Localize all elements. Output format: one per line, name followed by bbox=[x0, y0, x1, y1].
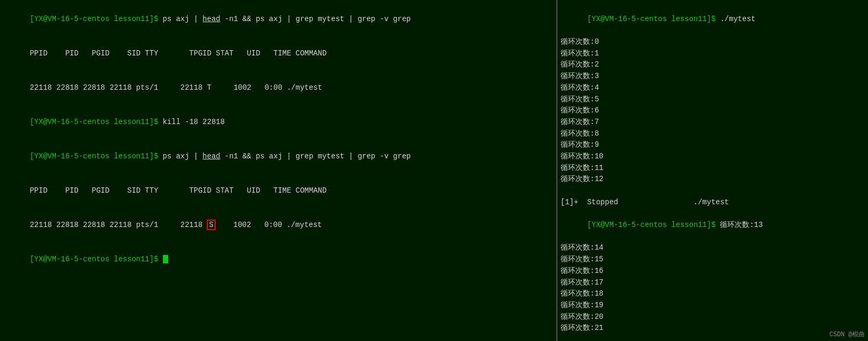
cmd-1: ps axj | head -n1 && ps axj | grep mytes… bbox=[162, 15, 411, 23]
right-line-11: 循环次数:9 bbox=[561, 139, 865, 151]
left-line-6: PPID PID PGID SID TTY TPGID STAT UID TIM… bbox=[3, 174, 553, 208]
terminal-right: [YX@VM-16-5-centos lesson11]$ ./mytest 循… bbox=[556, 0, 868, 341]
left-line-5: [YX@VM-16-5-centos lesson11]$ ps axj | h… bbox=[3, 139, 553, 174]
right-line-21: 循环次数:19 bbox=[561, 300, 865, 311]
right-line-13: 循环次数:11 bbox=[561, 163, 865, 174]
right-line-17: 循环次数:15 bbox=[561, 254, 865, 266]
right-line-9: 循环次数:7 bbox=[561, 117, 865, 128]
right-line-20: 循环次数:18 bbox=[561, 288, 865, 300]
left-line-2: PPID PID PGID SID TTY TPGID STAT UID TIM… bbox=[3, 36, 553, 71]
right-line-cursor bbox=[561, 334, 865, 341]
prompt-1: [YX@VM-16-5-centos lesson11]$ bbox=[30, 15, 162, 23]
data-2-after: 1002 0:00 ./mytest bbox=[216, 221, 322, 229]
right-cmd-1: ./mytest bbox=[720, 15, 755, 23]
prompt-3: [YX@VM-16-5-centos lesson11]$ bbox=[30, 152, 162, 160]
right-line-7: 循环次数:5 bbox=[561, 94, 865, 106]
right-line-18: 循环次数:16 bbox=[561, 266, 865, 277]
cmd-3: ps axj | head -n1 && ps axj | grep mytes… bbox=[162, 152, 411, 160]
right-line-19: 循环次数:17 bbox=[561, 277, 865, 289]
right-prompt-1: [YX@VM-16-5-centos lesson11]$ bbox=[587, 15, 720, 23]
terminal-container: [YX@VM-16-5-centos lesson11]$ ps axj | h… bbox=[0, 0, 868, 341]
cmd-2: kill -18 22818 bbox=[162, 118, 225, 126]
header-1: PPID PID PGID SID TTY TPGID STAT UID TIM… bbox=[30, 49, 326, 58]
right-line-23: 循环次数:21 bbox=[561, 323, 865, 334]
left-line-7: 22118 22818 22818 22118 pts/1 22118 S 10… bbox=[3, 208, 553, 242]
right-line-16: 循环次数:14 bbox=[561, 242, 865, 254]
right-stopped: [1]+ Stopped ./mytest bbox=[561, 197, 865, 209]
right-line-10: 循环次数:8 bbox=[561, 128, 865, 140]
right-line-5: 循环次数:3 bbox=[561, 71, 865, 82]
right-line-15: [YX@VM-16-5-centos lesson11]$ 循环次数:13 bbox=[561, 208, 865, 242]
right-line-6: 循环次数:4 bbox=[561, 82, 865, 94]
right-line-12: 循环次数:10 bbox=[561, 151, 865, 163]
right-line-14: 循环次数:12 bbox=[561, 174, 865, 185]
left-line-4: [YX@VM-16-5-centos lesson11]$ kill -18 2… bbox=[3, 105, 553, 139]
stat-highlight: S bbox=[207, 220, 215, 230]
right-line-1: [YX@VM-16-5-centos lesson11]$ ./mytest bbox=[561, 2, 865, 36]
data-1: 22118 22818 22818 22118 pts/1 22118 T 10… bbox=[30, 83, 322, 92]
watermark: CSDN @棍曲 bbox=[830, 330, 865, 339]
header-2: PPID PID PGID SID TTY TPGID STAT UID TIM… bbox=[30, 186, 326, 195]
left-line-1: [YX@VM-16-5-centos lesson11]$ ps axj | h… bbox=[3, 2, 553, 36]
left-line-3: 22118 22818 22818 22118 pts/1 22118 T 10… bbox=[3, 71, 553, 105]
right-line-22: 循环次数:20 bbox=[561, 311, 865, 323]
right-prompt-2: [YX@VM-16-5-centos lesson11]$ bbox=[587, 221, 720, 229]
data-2-before: 22118 22818 22818 22118 pts/1 22118 bbox=[30, 221, 207, 229]
left-line-8: [YX@VM-16-5-centos lesson11]$ bbox=[3, 242, 553, 277]
right-line-8: 循环次数:6 bbox=[561, 105, 865, 117]
terminal-left: [YX@VM-16-5-centos lesson11]$ ps axj | h… bbox=[0, 0, 556, 341]
cursor-left bbox=[163, 255, 168, 263]
right-line-2: 循环次数:0 bbox=[561, 36, 865, 48]
prompt-2: [YX@VM-16-5-centos lesson11]$ bbox=[30, 118, 162, 126]
prompt-4: [YX@VM-16-5-centos lesson11]$ bbox=[30, 255, 162, 263]
right-line-4: 循环次数:2 bbox=[561, 59, 865, 71]
right-line-blank bbox=[561, 185, 865, 197]
right-line-3: 循环次数:1 bbox=[561, 48, 865, 60]
